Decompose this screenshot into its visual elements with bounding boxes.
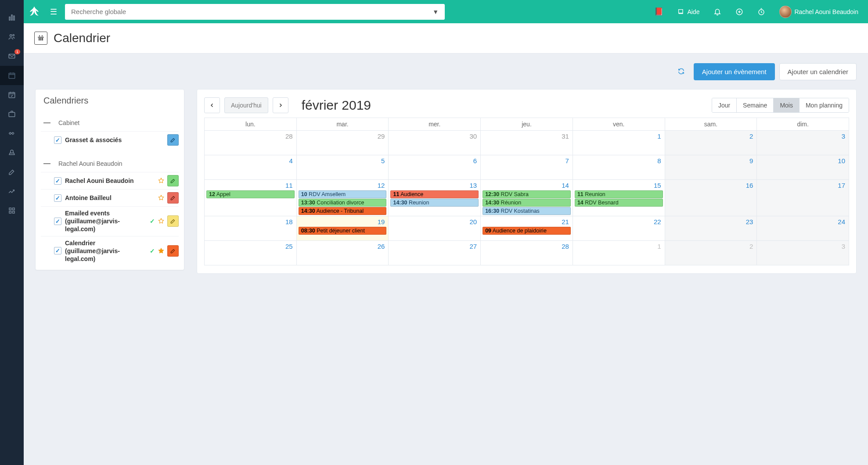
prev-month-button[interactable] — [204, 97, 220, 113]
nav-more[interactable] — [0, 201, 24, 220]
day-cell[interactable]: 27 — [389, 241, 481, 265]
group-toggle-icon[interactable]: — — [43, 119, 50, 127]
day-cell[interactable]: 28 — [481, 241, 573, 265]
day-cell[interactable]: 1 — [573, 131, 665, 155]
global-search-input[interactable] — [65, 4, 445, 20]
day-number: 16 — [746, 182, 753, 189]
today-button[interactable]: Aujourd'hui — [224, 97, 268, 113]
calendar-checkbox[interactable] — [54, 177, 61, 185]
day-cell[interactable]: 29 — [297, 131, 389, 155]
nav-deals[interactable] — [0, 124, 24, 143]
day-cell[interactable]: 28 — [205, 131, 297, 155]
day-cell[interactable]: 23 — [665, 216, 757, 241]
user-menu[interactable]: Rachel Aouni Beaudoin — [775, 6, 863, 18]
calendar-event[interactable]: 14 RDV Besnard — [575, 199, 663, 207]
calendar-event[interactable]: 14:30 Audience - Tribunal — [299, 207, 387, 215]
day-cell[interactable]: 3 — [757, 131, 849, 155]
nav-cases[interactable] — [0, 104, 24, 124]
day-cell[interactable]: 1908:30 Petit déjeuner client — [297, 216, 389, 241]
star-icon[interactable] — [158, 177, 165, 184]
nav-dashboard[interactable] — [0, 8, 24, 27]
nav-contacts[interactable] — [0, 27, 24, 46]
action-bar: Ajouter un évènement Ajouter un calendri… — [24, 54, 868, 85]
nav-reports[interactable] — [0, 182, 24, 201]
calendar-event[interactable]: 11 Audience — [390, 190, 479, 198]
star-icon[interactable] — [158, 194, 165, 201]
day-cell[interactable]: 1 — [573, 241, 665, 265]
day-cell[interactable]: 1210 RDV Amsellem13:30 Conciliation divo… — [297, 180, 389, 216]
day-cell[interactable]: 1311 Audience14:30 Reunion — [389, 180, 481, 216]
day-cell[interactable]: 16 — [665, 180, 757, 216]
calendars-panel-title: Calendriers — [36, 89, 184, 112]
calendar-event[interactable]: 13:30 Conciliation divorce — [299, 199, 387, 207]
day-cell[interactable]: 1112 Appel — [205, 180, 297, 216]
refresh-icon[interactable] — [677, 68, 685, 76]
edit-calendar-button[interactable] — [167, 175, 179, 186]
notifications-pinned-icon[interactable]: 📕 — [650, 7, 668, 16]
calendar-checkbox[interactable] — [54, 194, 61, 202]
view-day[interactable]: Jour — [712, 98, 736, 112]
day-cell[interactable]: 1511 Reunion14 RDV Besnard — [573, 180, 665, 216]
day-cell[interactable]: 3 — [757, 241, 849, 265]
group-toggle-icon[interactable]: — — [43, 160, 50, 168]
day-cell[interactable]: 20 — [389, 216, 481, 241]
add-icon[interactable] — [731, 8, 748, 16]
day-cell[interactable]: 5 — [297, 155, 389, 180]
day-cell[interactable]: 25 — [205, 241, 297, 265]
add-event-button[interactable]: Ajouter un évènement — [694, 63, 775, 80]
timer-icon[interactable] — [753, 8, 770, 16]
day-number: 19 — [378, 218, 385, 225]
nav-billing[interactable] — [0, 143, 24, 162]
day-cell[interactable]: 31 — [481, 131, 573, 155]
calendar-event[interactable]: 09 Audience de plaidoirie — [483, 227, 571, 235]
view-week[interactable]: Semaine — [736, 98, 773, 112]
svg-rect-0 — [9, 17, 10, 21]
day-cell[interactable]: 26 — [297, 241, 389, 265]
day-cell[interactable]: 2109 Audience de plaidoirie — [481, 216, 573, 241]
day-cell[interactable]: 10 — [757, 155, 849, 180]
calendar-event[interactable]: 14:30 Réunion — [483, 199, 571, 207]
day-cell[interactable]: 24 — [757, 216, 849, 241]
edit-calendar-button[interactable] — [167, 245, 179, 257]
calendar-event[interactable]: 11 Reunion — [575, 190, 663, 198]
day-cell[interactable]: 18 — [205, 216, 297, 241]
calendar-event[interactable]: 12 Appel — [206, 190, 295, 198]
next-month-button[interactable] — [273, 97, 288, 113]
calendar-event[interactable]: 12:30 RDV Sabra — [483, 190, 571, 198]
nav-appointments[interactable] — [0, 85, 24, 104]
day-cell[interactable]: 8 — [573, 155, 665, 180]
bell-icon[interactable] — [709, 8, 726, 16]
day-cell[interactable]: 9 — [665, 155, 757, 180]
star-icon[interactable] — [158, 247, 165, 254]
nav-edit[interactable] — [0, 162, 24, 182]
star-icon[interactable] — [158, 218, 165, 225]
day-cell[interactable]: 22 — [573, 216, 665, 241]
day-cell[interactable]: 17 — [757, 180, 849, 216]
svg-rect-7 — [9, 93, 15, 98]
edit-calendar-button[interactable] — [167, 134, 179, 146]
nav-mail[interactable]: 1 — [0, 46, 24, 66]
calendar-checkbox[interactable] — [54, 136, 61, 144]
add-calendar-button[interactable]: Ajouter un calendrier — [779, 63, 857, 80]
view-month[interactable]: Mois — [773, 98, 799, 112]
calendar-event[interactable]: 08:30 Petit déjeuner client — [299, 227, 387, 235]
edit-calendar-button[interactable] — [167, 215, 179, 227]
calendar-event[interactable]: 14:30 Reunion — [390, 199, 479, 207]
calendar-event[interactable]: 10 RDV Amsellem — [299, 190, 387, 198]
day-cell[interactable]: 2 — [665, 241, 757, 265]
menu-toggle-icon[interactable]: ☰ — [50, 7, 57, 17]
app-logo-icon[interactable] — [26, 4, 42, 20]
day-cell[interactable]: 1412:30 RDV Sabra14:30 Réunion16:30 RDV … — [481, 180, 573, 216]
edit-calendar-button[interactable] — [167, 192, 179, 204]
day-cell[interactable]: 7 — [481, 155, 573, 180]
calendar-event[interactable]: 16:30 RDV Kostatinas — [483, 207, 571, 215]
calendar-checkbox[interactable] — [54, 218, 61, 225]
day-cell[interactable]: 2 — [665, 131, 757, 155]
calendar-checkbox[interactable] — [54, 247, 61, 254]
view-planning[interactable]: Mon planning — [799, 98, 849, 112]
nav-calendar[interactable] — [0, 66, 24, 85]
day-cell[interactable]: 4 — [205, 155, 297, 180]
day-cell[interactable]: 30 — [389, 131, 481, 155]
help-link[interactable]: Aide — [673, 8, 704, 15]
day-cell[interactable]: 6 — [389, 155, 481, 180]
